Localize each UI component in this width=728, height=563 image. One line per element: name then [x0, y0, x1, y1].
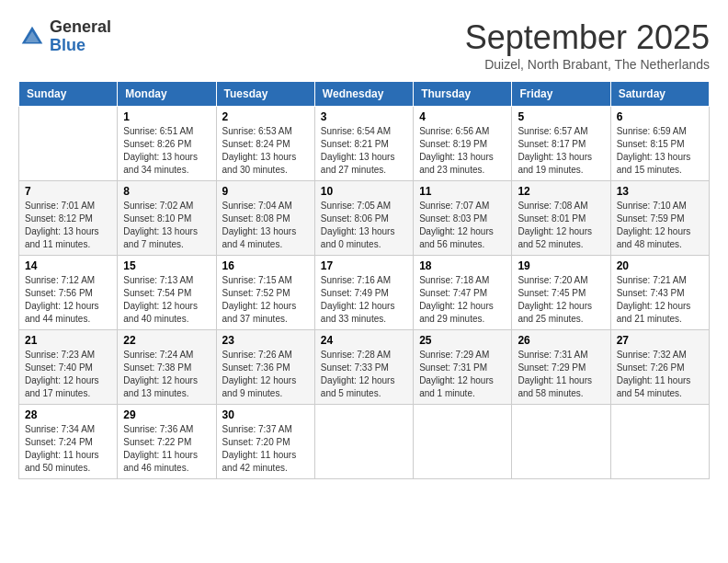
calendar-cell: 3Sunrise: 6:54 AM Sunset: 8:21 PM Daylig…: [314, 107, 413, 181]
day-info: Sunrise: 7:08 AM Sunset: 8:01 PM Dayligh…: [518, 200, 604, 251]
day-info: Sunrise: 7:26 AM Sunset: 7:36 PM Dayligh…: [222, 349, 309, 400]
calendar-cell: 27Sunrise: 7:32 AM Sunset: 7:26 PM Dayli…: [610, 330, 709, 405]
day-info: Sunrise: 6:51 AM Sunset: 8:26 PM Dayligh…: [123, 125, 210, 177]
day-number: 13: [617, 185, 703, 198]
month-title: September 2025: [465, 18, 710, 57]
calendar-cell: 29Sunrise: 7:36 AM Sunset: 7:22 PM Dayli…: [118, 405, 216, 479]
title-block: September 2025 Duizel, North Brabant, Th…: [465, 18, 710, 72]
calendar-cell: 20Sunrise: 7:21 AM Sunset: 7:43 PM Dayli…: [610, 256, 709, 330]
day-info: Sunrise: 7:16 AM Sunset: 7:49 PM Dayligh…: [321, 274, 407, 326]
calendar-cell: 17Sunrise: 7:16 AM Sunset: 7:49 PM Dayli…: [314, 256, 413, 330]
day-info: Sunrise: 7:21 AM Sunset: 7:43 PM Dayligh…: [617, 274, 703, 326]
day-info: Sunrise: 6:53 AM Sunset: 8:24 PM Dayligh…: [222, 125, 309, 177]
day-number: 29: [123, 408, 210, 421]
calendar-cell: 5Sunrise: 6:57 AM Sunset: 8:17 PM Daylig…: [512, 107, 610, 181]
day-number: 16: [222, 259, 309, 272]
calendar-week-2: 14Sunrise: 7:12 AM Sunset: 7:56 PM Dayli…: [19, 256, 710, 330]
calendar-cell: 6Sunrise: 6:59 AM Sunset: 8:15 PM Daylig…: [610, 107, 709, 181]
calendar-week-1: 7Sunrise: 7:01 AM Sunset: 8:12 PM Daylig…: [19, 181, 710, 256]
day-number: 27: [617, 334, 703, 347]
weekday-row: SundayMondayTuesdayWednesdayThursdayFrid…: [19, 82, 710, 107]
calendar-cell: [414, 405, 512, 479]
day-info: Sunrise: 6:54 AM Sunset: 8:21 PM Dayligh…: [321, 125, 407, 177]
day-number: 21: [25, 334, 111, 347]
calendar-cell: 13Sunrise: 7:10 AM Sunset: 7:59 PM Dayli…: [610, 181, 709, 256]
calendar-cell: 24Sunrise: 7:28 AM Sunset: 7:33 PM Dayli…: [314, 330, 413, 405]
day-info: Sunrise: 7:13 AM Sunset: 7:54 PM Dayligh…: [123, 274, 210, 326]
day-info: Sunrise: 6:56 AM Sunset: 8:19 PM Dayligh…: [419, 125, 506, 177]
calendar-cell: 12Sunrise: 7:08 AM Sunset: 8:01 PM Dayli…: [512, 181, 610, 256]
calendar-cell: 26Sunrise: 7:31 AM Sunset: 7:29 PM Dayli…: [512, 330, 610, 405]
day-number: 17: [321, 259, 407, 272]
day-number: 2: [222, 110, 309, 123]
calendar-cell: 25Sunrise: 7:29 AM Sunset: 7:31 PM Dayli…: [414, 330, 512, 405]
logo-blue: Blue: [50, 37, 111, 55]
day-info: Sunrise: 7:12 AM Sunset: 7:56 PM Dayligh…: [25, 274, 111, 326]
calendar-cell: 1Sunrise: 6:51 AM Sunset: 8:26 PM Daylig…: [118, 107, 216, 181]
page-header: General Blue September 2025 Duizel, Nort…: [18, 18, 710, 72]
calendar-cell: 15Sunrise: 7:13 AM Sunset: 7:54 PM Dayli…: [118, 256, 216, 330]
day-number: 15: [123, 259, 210, 272]
calendar-cell: 4Sunrise: 6:56 AM Sunset: 8:19 PM Daylig…: [414, 107, 512, 181]
day-info: Sunrise: 7:20 AM Sunset: 7:45 PM Dayligh…: [518, 274, 604, 326]
day-number: 18: [419, 259, 506, 272]
day-info: Sunrise: 7:28 AM Sunset: 7:33 PM Dayligh…: [321, 349, 407, 400]
calendar-cell: 14Sunrise: 7:12 AM Sunset: 7:56 PM Dayli…: [19, 256, 118, 330]
day-number: 19: [518, 259, 604, 272]
calendar-cell: 30Sunrise: 7:37 AM Sunset: 7:20 PM Dayli…: [216, 405, 314, 479]
day-info: Sunrise: 6:57 AM Sunset: 8:17 PM Dayligh…: [518, 125, 604, 177]
day-number: 3: [321, 110, 407, 123]
day-number: 7: [25, 185, 111, 198]
day-number: 1: [123, 110, 210, 123]
calendar-cell: 7Sunrise: 7:01 AM Sunset: 8:12 PM Daylig…: [19, 181, 118, 256]
logo: General Blue: [18, 18, 111, 55]
day-number: 8: [123, 185, 210, 198]
day-number: 14: [25, 259, 111, 272]
calendar-cell: 9Sunrise: 7:04 AM Sunset: 8:08 PM Daylig…: [216, 181, 314, 256]
calendar-week-0: 1Sunrise: 6:51 AM Sunset: 8:26 PM Daylig…: [19, 107, 710, 181]
calendar-cell: 28Sunrise: 7:34 AM Sunset: 7:24 PM Dayli…: [19, 405, 118, 479]
calendar-cell: [610, 405, 709, 479]
day-number: 30: [222, 408, 309, 421]
calendar-cell: 19Sunrise: 7:20 AM Sunset: 7:45 PM Dayli…: [512, 256, 610, 330]
weekday-header-sunday: Sunday: [19, 82, 118, 107]
calendar-week-4: 28Sunrise: 7:34 AM Sunset: 7:24 PM Dayli…: [19, 405, 710, 479]
calendar-body: 1Sunrise: 6:51 AM Sunset: 8:26 PM Daylig…: [19, 107, 710, 479]
day-number: 12: [518, 185, 604, 198]
day-number: 4: [419, 110, 506, 123]
location: Duizel, North Brabant, The Netherlands: [465, 57, 710, 72]
calendar-table: SundayMondayTuesdayWednesdayThursdayFrid…: [18, 81, 710, 479]
calendar-cell: 11Sunrise: 7:07 AM Sunset: 8:03 PM Dayli…: [414, 181, 512, 256]
day-info: Sunrise: 7:18 AM Sunset: 7:47 PM Dayligh…: [419, 274, 506, 326]
day-info: Sunrise: 7:37 AM Sunset: 7:20 PM Dayligh…: [222, 423, 309, 475]
day-info: Sunrise: 7:15 AM Sunset: 7:52 PM Dayligh…: [222, 274, 309, 326]
day-info: Sunrise: 7:24 AM Sunset: 7:38 PM Dayligh…: [123, 349, 210, 400]
calendar-cell: 21Sunrise: 7:23 AM Sunset: 7:40 PM Dayli…: [19, 330, 118, 405]
day-info: Sunrise: 7:10 AM Sunset: 7:59 PM Dayligh…: [617, 200, 703, 251]
calendar-cell: 23Sunrise: 7:26 AM Sunset: 7:36 PM Dayli…: [216, 330, 314, 405]
day-number: 23: [222, 334, 309, 347]
calendar-cell: 2Sunrise: 6:53 AM Sunset: 8:24 PM Daylig…: [216, 107, 314, 181]
calendar-week-3: 21Sunrise: 7:23 AM Sunset: 7:40 PM Dayli…: [19, 330, 710, 405]
calendar-cell: [512, 405, 610, 479]
day-number: 6: [617, 110, 703, 123]
day-info: Sunrise: 7:29 AM Sunset: 7:31 PM Dayligh…: [419, 349, 506, 400]
day-info: Sunrise: 7:05 AM Sunset: 8:06 PM Dayligh…: [321, 200, 407, 251]
calendar-cell: 10Sunrise: 7:05 AM Sunset: 8:06 PM Dayli…: [314, 181, 413, 256]
logo-text: General Blue: [50, 18, 111, 55]
calendar-header: SundayMondayTuesdayWednesdayThursdayFrid…: [19, 82, 710, 107]
day-number: 25: [419, 334, 506, 347]
day-number: 28: [25, 408, 111, 421]
calendar-cell: 22Sunrise: 7:24 AM Sunset: 7:38 PM Dayli…: [118, 330, 216, 405]
logo-general: General: [50, 18, 111, 37]
calendar-cell: 8Sunrise: 7:02 AM Sunset: 8:10 PM Daylig…: [118, 181, 216, 256]
weekday-header-wednesday: Wednesday: [314, 82, 413, 107]
day-number: 20: [617, 259, 703, 272]
logo-icon: [18, 23, 46, 51]
day-info: Sunrise: 7:01 AM Sunset: 8:12 PM Dayligh…: [25, 200, 111, 251]
day-info: Sunrise: 7:04 AM Sunset: 8:08 PM Dayligh…: [222, 200, 309, 251]
day-number: 10: [321, 185, 407, 198]
weekday-header-saturday: Saturday: [610, 82, 709, 107]
day-info: Sunrise: 7:32 AM Sunset: 7:26 PM Dayligh…: [617, 349, 703, 400]
day-info: Sunrise: 6:59 AM Sunset: 8:15 PM Dayligh…: [617, 125, 703, 177]
